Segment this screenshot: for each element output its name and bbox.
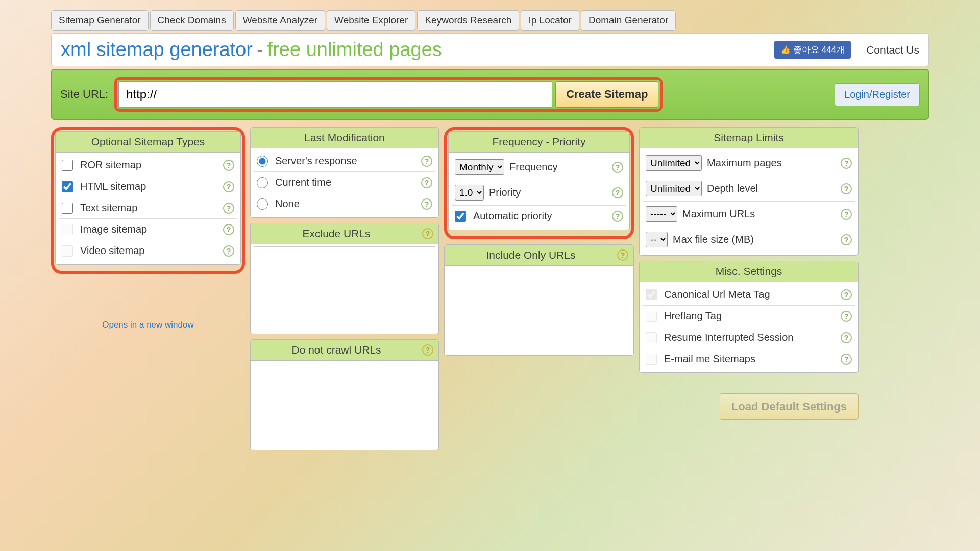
frequency-priority-panel: Frequency - Priority Monthly Frequency ?… bbox=[448, 131, 630, 230]
help-icon[interactable]: ? bbox=[841, 234, 852, 245]
hreflang-label: Hreflang Tag bbox=[664, 310, 841, 322]
help-icon[interactable]: ? bbox=[617, 249, 628, 261]
exclude-title: Exclude URLs bbox=[302, 228, 370, 239]
create-sitemap-button[interactable]: Create Sitemap bbox=[555, 81, 658, 108]
help-icon[interactable]: ? bbox=[422, 344, 433, 356]
nav-tab-check-domains[interactable]: Check Domains bbox=[150, 10, 234, 31]
exclude-urls-textarea[interactable] bbox=[254, 246, 435, 328]
help-icon[interactable]: ? bbox=[223, 160, 234, 171]
frequency-row: Monthly Frequency ? bbox=[452, 155, 626, 180]
site-url-input[interactable] bbox=[118, 81, 552, 108]
email-checkbox[interactable] bbox=[646, 354, 657, 365]
help-icon[interactable]: ? bbox=[841, 354, 852, 365]
load-default-settings-button[interactable]: Load Default Settings bbox=[720, 393, 859, 420]
image-sitemap-checkbox[interactable] bbox=[62, 224, 73, 235]
facebook-like-button[interactable]: 👍 좋아요 444개 bbox=[774, 41, 851, 59]
optional-sitemap-types-panel: Optional Sitemap Types ROR sitemap ? HTM… bbox=[55, 131, 241, 265]
help-icon[interactable]: ? bbox=[223, 181, 234, 192]
like-label: 좋아요 444개 bbox=[793, 44, 845, 56]
lastmod-none: None ? bbox=[254, 193, 435, 214]
login-register-button[interactable]: Login/Register bbox=[835, 83, 920, 106]
option-text-sitemap: Text sitemap ? bbox=[59, 197, 237, 219]
include-urls-textarea[interactable] bbox=[448, 268, 630, 349]
help-icon[interactable]: ? bbox=[421, 198, 432, 210]
lastmod-header: Last Modification bbox=[251, 128, 438, 148]
nav-tab-website-explorer[interactable]: Website Explorer bbox=[327, 10, 415, 31]
help-icon[interactable]: ? bbox=[422, 228, 433, 239]
html-sitemap-checkbox[interactable] bbox=[62, 181, 73, 192]
nav-tab-sitemap-generator[interactable]: Sitemap Generator bbox=[51, 10, 149, 31]
help-icon[interactable]: ? bbox=[612, 162, 623, 173]
help-icon[interactable]: ? bbox=[841, 183, 852, 194]
max-filesize-select[interactable]: -- bbox=[646, 232, 668, 247]
lastmod-server-label: Server's response bbox=[275, 155, 421, 167]
max-filesize-label: Max file size (MB) bbox=[673, 234, 841, 245]
nav-tab-keywords-research[interactable]: Keywords Research bbox=[417, 10, 519, 31]
limits-header: Sitemap Limits bbox=[640, 128, 858, 148]
ror-sitemap-checkbox[interactable] bbox=[62, 160, 73, 171]
donotcrawl-title: Do not crawl URLs bbox=[291, 344, 381, 356]
help-icon[interactable]: ? bbox=[841, 289, 852, 300]
optional-types-header: Optional Sitemap Types bbox=[56, 132, 240, 153]
last-modification-panel: Last Modification Server's response ? Cu… bbox=[250, 127, 439, 218]
help-icon[interactable]: ? bbox=[223, 224, 234, 235]
frequency-priority-highlight: Frequency - Priority Monthly Frequency ?… bbox=[444, 127, 634, 239]
help-icon[interactable]: ? bbox=[612, 211, 623, 222]
opens-new-window-link[interactable]: Opens in a new window bbox=[51, 320, 245, 330]
optional-types-highlight: Optional Sitemap Types ROR sitemap ? HTM… bbox=[51, 127, 245, 274]
lastmod-none-radio[interactable] bbox=[257, 198, 268, 210]
text-sitemap-label: Text sitemap bbox=[80, 202, 223, 214]
max-urls-label: Maximum URLs bbox=[682, 208, 841, 220]
header-bar: xml sitemap generator - free unlimited p… bbox=[51, 33, 929, 66]
option-html-sitemap: HTML sitemap ? bbox=[59, 176, 237, 197]
priority-label: Priority bbox=[489, 187, 612, 198]
auto-priority-label: Automatic priority bbox=[473, 210, 612, 222]
help-icon[interactable]: ? bbox=[421, 177, 432, 188]
nav-tab-website-analyzer[interactable]: Website Analyzer bbox=[235, 10, 325, 31]
nav-tab-domain-generator[interactable]: Domain Generator bbox=[581, 10, 676, 31]
title-dash: - bbox=[257, 39, 263, 61]
max-pages-label: Maximum pages bbox=[707, 157, 841, 169]
max-pages-select[interactable]: Unlimited bbox=[646, 155, 702, 171]
image-sitemap-label: Image sitemap bbox=[80, 223, 223, 235]
donotcrawl-textarea[interactable] bbox=[254, 363, 435, 444]
misc-settings-panel: Misc. Settings Canonical Url Meta Tag ? … bbox=[639, 261, 859, 373]
help-icon[interactable]: ? bbox=[841, 158, 852, 169]
nav-tab-ip-locator[interactable]: Ip Locator bbox=[521, 10, 579, 31]
max-pages-row: Unlimited Maximum pages ? bbox=[643, 151, 855, 176]
auto-priority-checkbox[interactable] bbox=[455, 211, 466, 222]
help-icon[interactable]: ? bbox=[841, 209, 852, 220]
lastmod-server-response: Server's response ? bbox=[254, 151, 435, 172]
depth-level-select[interactable]: Unlimited bbox=[646, 181, 702, 196]
lastmod-current-radio[interactable] bbox=[257, 177, 268, 188]
freq-header: Frequency - Priority bbox=[449, 132, 629, 153]
help-icon[interactable]: ? bbox=[223, 203, 234, 214]
frequency-select[interactable]: Monthly bbox=[455, 159, 504, 175]
contact-us-link[interactable]: Contact Us bbox=[866, 44, 919, 56]
priority-row: 1.0 Priority ? bbox=[452, 180, 626, 206]
depth-level-row: Unlimited Depth level ? bbox=[643, 176, 855, 202]
resume-label: Resume Interrupted Session bbox=[664, 332, 841, 343]
auto-priority-row: Automatic priority ? bbox=[452, 206, 626, 227]
help-icon[interactable]: ? bbox=[223, 245, 234, 257]
donotcrawl-header: Do not crawl URLs ? bbox=[251, 340, 438, 361]
canonical-checkbox[interactable] bbox=[646, 289, 657, 300]
video-sitemap-label: Video sitemap bbox=[80, 245, 223, 257]
page-title: xml sitemap generator - free unlimited p… bbox=[61, 39, 442, 61]
priority-select[interactable]: 1.0 bbox=[455, 185, 484, 201]
option-ror-sitemap: ROR sitemap ? bbox=[59, 155, 237, 176]
hreflang-checkbox[interactable] bbox=[646, 311, 657, 322]
option-image-sitemap: Image sitemap ? bbox=[59, 219, 237, 240]
video-sitemap-checkbox[interactable] bbox=[62, 245, 73, 257]
help-icon[interactable]: ? bbox=[421, 156, 432, 167]
text-sitemap-checkbox[interactable] bbox=[62, 203, 73, 214]
help-icon[interactable]: ? bbox=[841, 311, 852, 322]
exclude-header: Exclude URLs ? bbox=[251, 223, 438, 244]
help-icon[interactable]: ? bbox=[612, 187, 623, 198]
max-urls-select[interactable]: ----- bbox=[646, 206, 677, 222]
lastmod-current-time: Current time ? bbox=[254, 172, 435, 193]
option-video-sitemap: Video sitemap ? bbox=[59, 240, 237, 261]
lastmod-server-radio[interactable] bbox=[257, 156, 268, 167]
resume-checkbox[interactable] bbox=[646, 332, 657, 343]
help-icon[interactable]: ? bbox=[841, 332, 852, 343]
